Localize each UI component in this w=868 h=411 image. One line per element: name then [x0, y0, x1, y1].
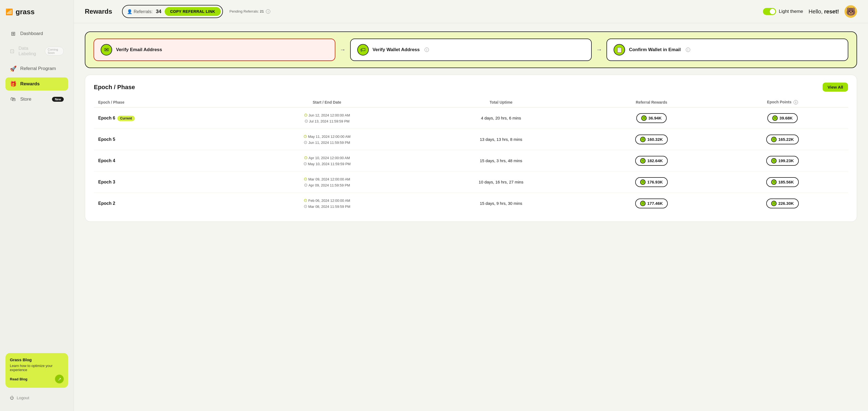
date-range: ⊙May 11, 2024 12:00:00 AM ⊙Jun 11, 2024 … — [242, 134, 412, 145]
step-arrow-1: → — [340, 46, 346, 53]
date-range: ⊙Feb 06, 2024 12:00:00 AM ⊙Mar 08, 2024 … — [242, 198, 412, 209]
referral-rewards-cell: 🌿 160.32K — [586, 129, 717, 150]
col-date: Start / End Date — [238, 97, 416, 107]
epoch-points-cell: 🌿 226.30K — [717, 193, 848, 214]
date-range: ⊙Apr 10, 2024 12:00:00 AM ⊙May 10, 2024 … — [242, 155, 412, 166]
epoch-name-cell: Epoch 4 — [94, 150, 238, 171]
epoch-points-cell: 🌿 39.68K — [717, 107, 848, 129]
blog-card-title: Grass Blog — [10, 357, 64, 362]
referral-rewards-value: 🌿 36.94K — [636, 113, 666, 123]
grass-icon-2: 🌿 — [771, 158, 777, 163]
avatar[interactable]: 🐻 — [844, 5, 857, 18]
epoch-points-value: 🌿 185.56K — [766, 177, 799, 187]
epoch-title: Epoch / Phase — [94, 84, 135, 91]
table-row: Epoch 4 ⊙Apr 10, 2024 12:00:00 AM ⊙May 1… — [94, 150, 848, 171]
date-range: ⊙Jun 12, 2024 12:00:00 AM ⊙Jul 13, 2024 … — [242, 113, 412, 124]
step-verify-wallet-label: Verify Wallet Address — [373, 47, 420, 53]
logo: 📶 grass — [5, 8, 68, 16]
sidebar-item-rewards[interactable]: 🎁 Rewards — [5, 77, 68, 91]
copy-referral-link-button[interactable]: COPY REFERRAL LINK — [165, 7, 221, 16]
pending-referrals-wrap: Pending Referrals: 21 i — [228, 9, 270, 14]
uptime-cell: 10 days, 16 hrs, 27 mins — [416, 171, 586, 193]
verify-wallet-icon: 🏷 — [357, 44, 369, 56]
sidebar-item-store[interactable]: 🛍 Store New — [5, 93, 68, 105]
step-verify-email[interactable]: ✉ Verify Email Address — [94, 38, 335, 61]
theme-label: Light theme — [779, 9, 803, 14]
table-row: Epoch 6Current ⊙Jun 12, 2024 12:00:00 AM… — [94, 107, 848, 129]
new-badge: New — [52, 97, 64, 102]
grass-icon-2: 🌿 — [771, 201, 777, 206]
epoch-name-cell: Epoch 6Current — [94, 107, 238, 129]
steps-card: ✉ Verify Email Address → 🏷 Verify Wallet… — [85, 31, 857, 68]
start-date: ⊙Apr 10, 2024 12:00:00 AM — [242, 155, 412, 160]
epoch-name-cell: Epoch 5 — [94, 129, 238, 150]
verify-wallet-info-icon[interactable]: i — [425, 48, 429, 52]
rewards-icon: 🎁 — [10, 81, 17, 87]
referral-rewards-cell: 🌿 182.64K — [586, 150, 717, 171]
grass-icon: 🌿 — [640, 158, 646, 163]
greeting-text: Hello, reset! — [809, 8, 839, 15]
sidebar-item-label: Store — [20, 97, 31, 102]
sidebar-item-data-labeling[interactable]: ⊡ Data Labeling Coming Soon — [5, 42, 68, 60]
referral-rewards-cell: 🌿 176.93K — [586, 171, 717, 193]
view-all-button[interactable]: View All — [823, 83, 848, 92]
col-epoch-points: Epoch Points i — [717, 97, 848, 107]
confirm-wallet-info-icon[interactable]: i — [686, 48, 690, 52]
epoch-points-value: 🌿 226.30K — [766, 198, 799, 209]
epoch-name: Epoch 4 — [98, 158, 115, 163]
step-arrow-2: → — [596, 46, 602, 53]
referrals-label: 👤 Referrals: — [127, 9, 153, 14]
epoch-points-info-icon[interactable]: i — [794, 100, 798, 104]
logout-button[interactable]: ⏻ Logout — [5, 392, 68, 403]
header: Rewards 👤 Referrals: 34 COPY REFERRAL LI… — [74, 0, 868, 23]
header-right: Light theme Hello, reset! 🐻 — [763, 5, 857, 18]
coming-soon-badge: Coming Soon — [45, 47, 64, 56]
blog-arrow-button[interactable]: ↗ — [55, 375, 64, 383]
toggle-knob — [770, 9, 775, 14]
blog-read-link[interactable]: Read Blog — [10, 377, 27, 381]
theme-toggle-switch[interactable] — [763, 8, 776, 15]
logout-label: Logout — [17, 396, 29, 400]
epoch-header: Epoch / Phase View All — [94, 83, 848, 92]
epoch-name: Epoch 5 — [98, 137, 115, 141]
col-epoch: Epoch / Phase — [94, 97, 238, 107]
date-cell: ⊙Mar 09, 2024 12:00:00 AM ⊙Apr 09, 2024 … — [238, 171, 416, 193]
epoch-name-cell: Epoch 3 — [94, 171, 238, 193]
confirm-wallet-icon: 📋 — [614, 44, 625, 56]
main-content: Rewards 👤 Referrals: 34 COPY REFERRAL LI… — [74, 0, 868, 411]
epoch-name: Epoch 2 — [98, 201, 115, 205]
col-uptime: Total Uptime — [416, 97, 586, 107]
uptime-cell: 4 days, 20 hrs, 6 mins — [416, 107, 586, 129]
table-row: Epoch 2 ⊙Feb 06, 2024 12:00:00 AM ⊙Mar 0… — [94, 193, 848, 214]
step-verify-wallet[interactable]: 🏷 Verify Wallet Address i — [350, 38, 592, 61]
referral-rewards-value: 🌿 177.46K — [635, 198, 668, 209]
sidebar-item-referral[interactable]: 🚀 Referral Program — [5, 62, 68, 75]
blog-card: Grass Blog Learn how to optimize your ex… — [5, 353, 68, 388]
referral-count: 34 — [156, 9, 161, 14]
table-row: Epoch 3 ⊙Mar 09, 2024 12:00:00 AM ⊙Apr 0… — [94, 171, 848, 193]
uptime-cell: 15 days, 3 hrs, 48 mins — [416, 150, 586, 171]
epoch-card: Epoch / Phase View All Epoch / Phase Sta… — [85, 75, 857, 222]
data-labeling-icon: ⊡ — [10, 48, 15, 55]
grass-icon: 🌿 — [640, 137, 646, 142]
sidebar-item-label: Referral Program — [20, 66, 56, 71]
sidebar-item-label: Dashboard — [20, 31, 43, 36]
dashboard-icon: ⊞ — [10, 30, 17, 37]
step-verify-email-label: Verify Email Address — [116, 47, 162, 53]
theme-toggle[interactable]: Light theme — [763, 8, 803, 15]
grass-icon-2: 🌿 — [772, 116, 778, 121]
epoch-points-cell: 🌿 165.22K — [717, 129, 848, 150]
step-confirm-wallet[interactable]: 📋 Confirm Wallet in Email i — [607, 38, 848, 61]
sidebar-item-label: Data Labeling — [19, 46, 40, 57]
epoch-name: Epoch 6 — [98, 116, 115, 120]
date-cell: ⊙Feb 06, 2024 12:00:00 AM ⊙Mar 08, 2024 … — [238, 193, 416, 214]
epoch-name: Epoch 3 — [98, 180, 115, 184]
sidebar-item-dashboard[interactable]: ⊞ Dashboard — [5, 27, 68, 40]
grass-icon-2: 🌿 — [771, 179, 777, 185]
epoch-points-value: 🌿 39.68K — [767, 113, 798, 123]
epoch-points-cell: 🌿 199.23K — [717, 150, 848, 171]
logo-text: grass — [16, 8, 34, 16]
end-date: ⊙Jul 13, 2024 11:59:59 PM — [242, 118, 412, 124]
col-referral-rewards: Referral Rewards — [586, 97, 717, 107]
pending-info-icon[interactable]: i — [266, 9, 270, 14]
